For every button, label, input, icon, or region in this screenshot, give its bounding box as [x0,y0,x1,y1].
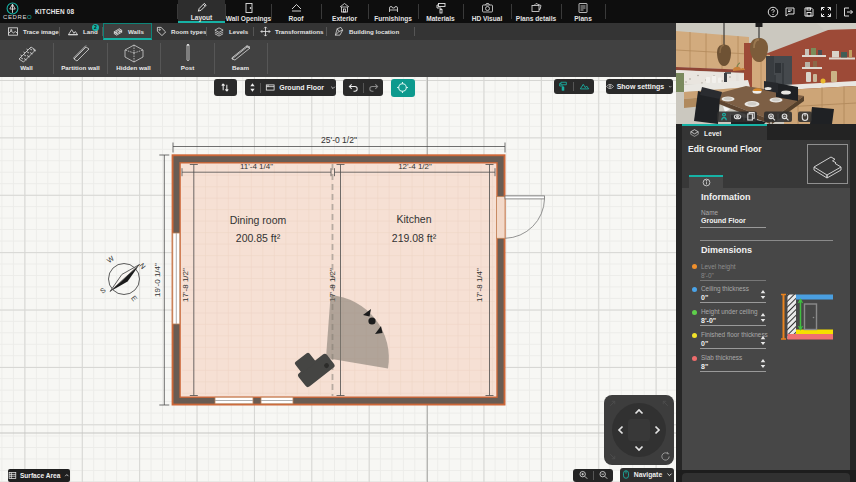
svg-text:11'-4 1/4": 11'-4 1/4" [240,162,273,171]
svg-text:219.08 ft²: 219.08 ft² [392,232,437,244]
svg-text:Dining room: Dining room [230,214,287,226]
svg-text:N: N [137,261,147,271]
svg-text:Kitchen: Kitchen [396,213,431,225]
svg-text:17'-8 1/4": 17'-8 1/4" [475,268,484,302]
svg-text:17'-8 1/2": 17'-8 1/2" [181,268,190,302]
svg-text:S: S [98,285,107,295]
svg-text:200.85 ft²: 200.85 ft² [236,232,281,244]
svg-text:W: W [105,254,116,265]
svg-text:19'-0 1/4": 19'-0 1/4" [153,263,162,297]
svg-text:E: E [129,294,139,303]
svg-text:25'-0 1/2": 25'-0 1/2" [321,135,357,145]
svg-text:12'-4 1/2": 12'-4 1/2" [398,162,432,171]
